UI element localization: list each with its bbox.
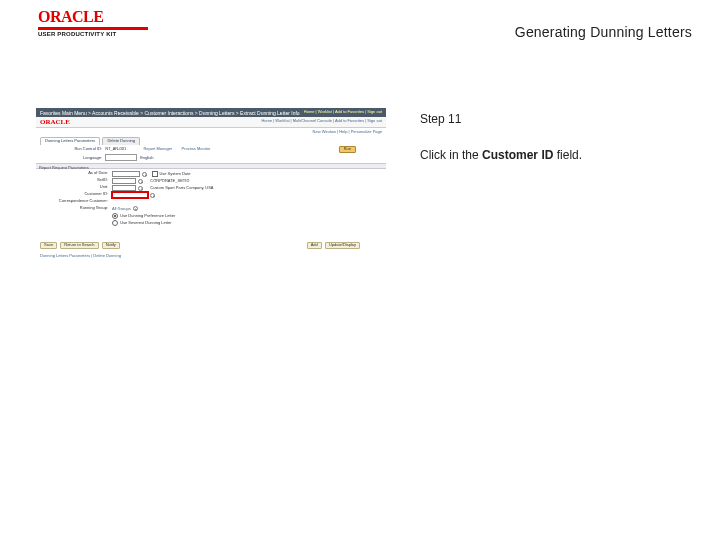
lookup-icon[interactable] — [133, 206, 138, 211]
radio-row-1: Use Dunning Preference Letter — [42, 213, 382, 220]
language-select[interactable] — [105, 154, 137, 161]
lookup-icon[interactable] — [138, 179, 143, 184]
all-groups-link[interactable]: All Groups — [112, 206, 131, 211]
report-request-params-label: Report Request Parameters — [39, 165, 89, 170]
shot-topnav-links: Home | Worklist | Add to Favorites | Sig… — [304, 110, 382, 115]
setid-desc: CORPORATE_SETID — [150, 178, 189, 183]
use-dunning-preference-radio[interactable] — [112, 213, 118, 219]
as-of-date-row: As of Date: Use System Date — [42, 171, 382, 178]
shot-window-links: New Window | Help | Personalize Page — [36, 128, 386, 135]
process-monitor-link[interactable]: Process Monitor — [181, 146, 210, 151]
customer-id-input[interactable] — [112, 192, 148, 198]
language-label: Language: — [42, 156, 102, 161]
as-of-date-label: As of Date: — [42, 171, 108, 176]
shot-personalize: New Window | Help | Personalize Page — [313, 129, 382, 134]
setid-row: SetID: CORPORATE_SETID — [42, 178, 382, 185]
embedded-screenshot: Favorites Main Menu > Accounts Receivabl… — [36, 108, 386, 268]
customer-id-label: Customer ID: — [42, 192, 108, 197]
save-button[interactable]: Save — [40, 242, 57, 249]
shot-oracle-wordmark: ORACLE — [40, 118, 70, 126]
run-button[interactable]: Run — [339, 146, 356, 153]
report-request-params-bar: Report Request Parameters — [36, 163, 386, 169]
add-button[interactable]: Add — [307, 242, 322, 249]
return-to-search-button[interactable]: Return to Search — [60, 242, 98, 249]
instruction-panel: Step 11 Click in the Customer ID field. — [420, 112, 696, 162]
shot-tabs: Dunning Letters Parameters Delete Dunnin… — [40, 137, 141, 145]
unit-desc: Custom Sport Parts Company, USA — [150, 185, 213, 190]
running-group-row: Running Group: All Groups — [42, 206, 382, 213]
page-title: Generating Dunning Letters — [515, 24, 692, 40]
run-control-row: Run Control ID: NT_AR-001 Report Manager… — [42, 147, 382, 152]
run-control-label: Run Control ID: — [42, 147, 102, 152]
oracle-upk-logo: ORACLE USER PRODUCTIVITY KIT — [38, 8, 148, 38]
unit-input[interactable] — [112, 185, 136, 191]
use-dunning-preference-label: Use Dunning Preference Letter — [120, 213, 175, 218]
use-severest-dunning-radio[interactable] — [112, 220, 118, 226]
language-row: Language: English — [42, 154, 382, 161]
use-severest-dunning-label: Use Severest Dunning Letter — [120, 220, 171, 225]
use-system-date-checkbox[interactable] — [152, 171, 158, 177]
tab-dunning-parameters[interactable]: Dunning Letters Parameters — [40, 137, 100, 145]
correspondence-customer-label: Correspondence Customer: — [42, 199, 108, 204]
report-manager-link[interactable]: Report Manager — [143, 146, 172, 151]
use-system-date-label: Use System Date — [159, 171, 190, 176]
bottom-right-buttons: Add Update/Display — [307, 242, 362, 249]
run-control-value: NT_AR-001 — [105, 147, 126, 152]
lookup-icon[interactable] — [150, 193, 155, 198]
language-value-text: English — [140, 155, 153, 160]
parameter-fields: As of Date: Use System Date SetID: CORPO… — [42, 171, 382, 227]
instruction-bold: Customer ID — [482, 148, 553, 162]
tab-delete-dunning[interactable]: Delete Dunning — [102, 137, 140, 145]
bottom-tab-links: Dunning Letters Parameters | Delete Dunn… — [40, 254, 121, 259]
update-display-button[interactable]: Update/Display — [325, 242, 360, 249]
oracle-wordmark: ORACLE — [38, 8, 148, 26]
notify-button[interactable]: Notify — [102, 242, 120, 249]
lookup-icon[interactable] — [138, 186, 143, 191]
shot-breadcrumb: Favorites Main Menu > Accounts Receivabl… — [40, 110, 300, 116]
setid-label: SetID: — [42, 178, 108, 183]
shot-nav-links: Home | Worklist | MultiChannel Console |… — [261, 119, 382, 124]
calendar-icon[interactable] — [142, 172, 147, 177]
instruction-text: Click in the Customer ID field. — [420, 148, 696, 162]
instruction-pre: Click in the — [420, 148, 482, 162]
instruction-post: field. — [553, 148, 582, 162]
shot-brand-bar: ORACLE Home | Worklist | MultiChannel Co… — [36, 117, 386, 128]
unit-label: Unit: — [42, 185, 108, 190]
setid-input[interactable] — [112, 178, 136, 184]
oracle-red-bar — [38, 27, 148, 30]
step-number: Step 11 — [420, 112, 696, 126]
as-of-date-input[interactable] — [112, 171, 140, 177]
upk-subtitle: USER PRODUCTIVITY KIT — [38, 31, 148, 37]
bottom-left-buttons: Save Return to Search Notify — [40, 242, 122, 249]
running-group-label: Running Group: — [42, 206, 108, 211]
radio-row-2: Use Severest Dunning Letter — [42, 220, 382, 227]
